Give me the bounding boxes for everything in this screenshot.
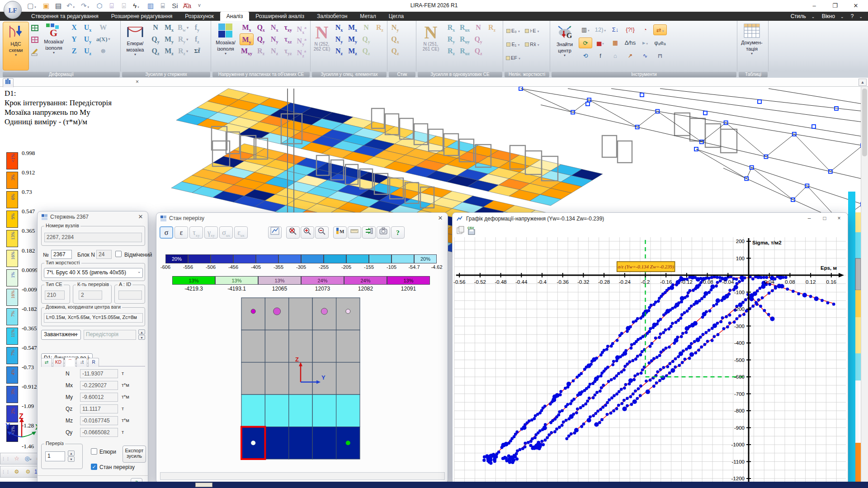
section-panel-close-icon[interactable]: ✕ — [437, 215, 444, 222]
help-button[interactable]: ? — [391, 226, 405, 239]
export-button[interactable] — [362, 226, 376, 239]
view-close-icon[interactable]: × — [136, 79, 139, 85]
force-label: N — [66, 371, 76, 377]
force-label: Mx — [66, 382, 76, 389]
scrollbar-thumb[interactable] — [862, 89, 867, 156]
zoom-cancel-button[interactable] — [286, 226, 300, 239]
zoom-out-button[interactable] — [315, 226, 329, 239]
epury-checkbox[interactable] — [91, 448, 97, 455]
force-value-field: -11.9307 — [80, 369, 118, 378]
svg-text:-0.28: -0.28 — [598, 279, 610, 285]
stiffness-select[interactable]: 7*і. Брус 40 X 55 (ригель 40x55) — [44, 268, 143, 278]
stress-scale-box — [301, 254, 324, 263]
num-label: № — [43, 252, 49, 258]
scale-box: 7% — [6, 308, 18, 325]
stress-scale-box — [233, 254, 256, 263]
svg-text:-600: -600 — [734, 374, 745, 380]
svg-text:-0.16: -0.16 — [660, 279, 672, 285]
reinforcement-scale-box: 24% — [301, 276, 344, 285]
displacement-tab[interactable]: ↓t — [76, 358, 87, 367]
rod-panel: Стержень 2367 ✕ Номери вузлів 2267, 2284… — [37, 211, 148, 487]
svg-text:Eps, м: Eps, м — [821, 265, 837, 271]
export-forces-button[interactable]: Експортзусиль — [123, 446, 146, 463]
copy-chart-icon[interactable] — [456, 226, 465, 235]
section-spin-up[interactable]: ▲ — [68, 450, 75, 456]
svg-text:-0.44: -0.44 — [515, 279, 528, 285]
target-view-icon[interactable]: ◎▾ — [23, 454, 33, 464]
toolbar-collapse-icon[interactable]: ▲ — [859, 79, 867, 86]
history-field[interactable]: Передісторія — [84, 330, 136, 340]
svg-text:0.16: 0.16 — [826, 279, 836, 285]
aid-field — [118, 291, 142, 300]
section-number-label: Переріз — [44, 441, 65, 446]
scale-percent: 6% — [10, 188, 15, 206]
graph-minimize-button[interactable]: – — [802, 214, 816, 223]
stress-scale-tick: -155 — [364, 264, 374, 270]
note-line: Мозаїка напружень по My — [5, 108, 112, 117]
svg-text:0.04: 0.04 — [764, 279, 775, 285]
view-tab[interactable] — [3, 78, 14, 87]
epsilon-button[interactable]: ε — [175, 226, 188, 239]
scale-box: 7% — [6, 347, 18, 364]
scale-value: 0.998 — [22, 150, 49, 157]
svg-text:0.12: 0.12 — [806, 279, 816, 285]
chart-button[interactable] — [268, 226, 282, 239]
element-number-input[interactable]: 2367 — [51, 250, 72, 259]
reinforcement-scale-box: 24% — [344, 276, 387, 285]
force-value-field: 11.1117 — [80, 404, 118, 413]
reinforcement-scale-value: -4219.3 — [172, 286, 215, 292]
vertical-scrollbar[interactable] — [861, 87, 868, 482]
zoom-in-button[interactable] — [301, 226, 314, 239]
app-logo[interactable]: LF — [4, 1, 22, 19]
ruler-button[interactable] — [348, 226, 361, 239]
section-state-checkbox[interactable]: ✓ — [91, 464, 97, 470]
sigma-button[interactable]: σ — [160, 226, 173, 239]
svg-text:Y: Y — [321, 374, 326, 381]
scale-percent: 4% — [10, 363, 15, 381]
reactions-tab[interactable]: R — [88, 358, 99, 367]
stress-scale-box — [369, 254, 392, 263]
edit-gear-icon[interactable]: ⚙ — [23, 467, 33, 477]
svg-text:-800: -800 — [734, 408, 745, 413]
section-panel-title: Стан перерізу — [169, 215, 204, 221]
stress-strain-chart: -0.56-0.52-0.48-0.44-0.4-0.36-0.32-0.28-… — [453, 237, 848, 488]
mosaic-scale-button[interactable]: M — [333, 226, 347, 239]
section-number-input[interactable]: 1 — [45, 451, 65, 461]
view-tab-strip: × — [0, 78, 868, 87]
reinforcement-scale-box: 13% — [258, 276, 301, 285]
svg-text:-400: -400 — [734, 340, 745, 346]
graph-close-button[interactable]: × — [832, 214, 846, 223]
scale-percent: 16% — [10, 285, 15, 303]
history-spin-up[interactable]: ▲ — [138, 329, 145, 334]
svg-text:-1000: -1000 — [731, 442, 745, 447]
snapshot-button[interactable] — [377, 226, 390, 239]
graph-window: Графік деформації-напруження (Yw=-0.134 … — [452, 212, 848, 488]
graph-maximize-button[interactable]: □ — [818, 214, 831, 223]
rod-panel-close-icon[interactable]: ✕ — [137, 213, 144, 221]
local-axes-tab[interactable]: ⇄ — [41, 358, 52, 367]
fe-type-field: 210 — [45, 291, 65, 300]
svg-text:-0.48: -0.48 — [495, 279, 506, 285]
nodes-value-field: 2267, 2284 — [44, 233, 142, 242]
graph-window-icon — [457, 216, 462, 221]
svg-text:-0.56: -0.56 — [453, 279, 465, 285]
stress-scale-tick: -556 — [183, 264, 193, 270]
svg-text:-0.12: -0.12 — [681, 279, 693, 285]
star-selection-icon[interactable]: ☆ — [12, 454, 22, 464]
marked-checkbox[interactable] — [115, 251, 122, 257]
stress-scale-tick: -255 — [319, 264, 329, 270]
force-unit: т*м — [122, 394, 129, 399]
save-csv-icon[interactable]: CSV — [467, 226, 477, 235]
nodes-group-label: Номери вузлів — [44, 223, 80, 228]
history-spin-down[interactable]: ▼ — [138, 335, 145, 340]
forces-tab[interactable]: ⌒ — [65, 357, 75, 366]
scale-percent: 16% — [10, 246, 15, 264]
settings-gear-icon[interactable]: ⚙ — [12, 467, 22, 477]
chart-annotation: σ/ε (Yw=-0.134 Zw=-0.239) — [618, 264, 675, 270]
kd-tab[interactable]: KD — [53, 358, 64, 367]
stress-scale-tick: -205 — [341, 264, 351, 270]
section-spin-down[interactable]: ▼ — [68, 456, 75, 462]
scale-value: 0.912 — [22, 169, 49, 176]
load-select[interactable]: Завантаженн — [41, 330, 81, 340]
graph-title: Графік деформації-напруження (Yw=-0.134 … — [466, 216, 604, 222]
